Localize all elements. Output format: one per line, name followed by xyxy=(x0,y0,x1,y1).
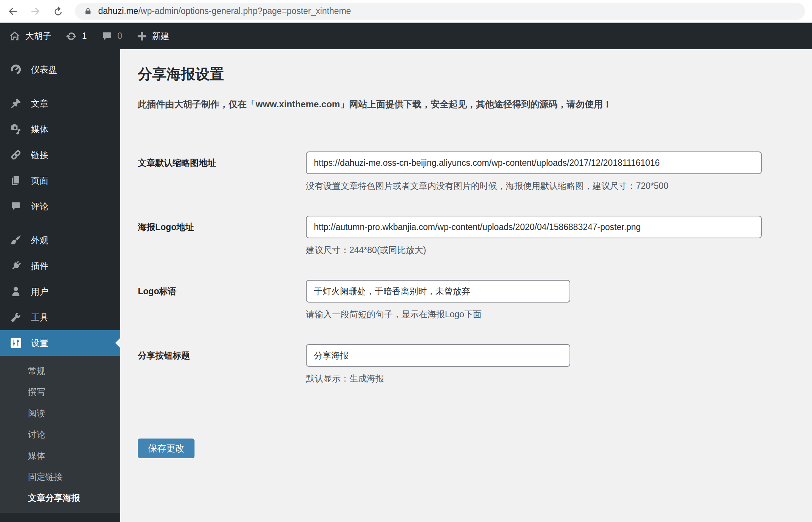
appearance-icon xyxy=(10,235,22,246)
admin-menu: 仪表盘 文章 媒体 链接 页面 评论 外观 xyxy=(0,49,120,513)
save-changes-button[interactable]: 保存更改 xyxy=(138,439,195,458)
field-help: 请输入一段简短的句子，显示在海报Logo下面 xyxy=(306,309,782,320)
admin-bar-new[interactable]: 新建 xyxy=(137,30,170,42)
settings-icon xyxy=(10,337,22,349)
thumbnail-url-input[interactable] xyxy=(306,151,762,174)
settings-submenu: 常规 撰写 阅读 讨论 媒体 固定链接 文章分享海报 xyxy=(0,356,120,513)
sidebar-item-comments[interactable]: 评论 xyxy=(0,193,120,219)
logo-slogan-input[interactable] xyxy=(306,280,570,303)
submenu-item-writing[interactable]: 撰写 xyxy=(0,381,120,403)
sidebar-item-settings[interactable]: 设置 xyxy=(0,330,120,356)
sidebar-item-label: 页面 xyxy=(31,175,48,187)
submenu-item-permalinks[interactable]: 固定链接 xyxy=(0,466,120,487)
field-help: 默认显示：生成海报 xyxy=(306,373,782,384)
page-title: 分享海报设置 xyxy=(138,64,782,84)
updates-count: 1 xyxy=(82,31,87,41)
address-bar[interactable]: dahuzi.me/wp-admin/options-general.php?p… xyxy=(75,3,805,20)
sidebar-item-pages[interactable]: 页面 xyxy=(0,168,120,193)
comments-icon xyxy=(10,201,22,212)
url-path: /wp-admin/options-general.php?page=poste… xyxy=(138,6,351,16)
sidebar-item-label: 插件 xyxy=(31,260,48,272)
form-row-share-button-title: 分享按钮标题 默认显示：生成海报 xyxy=(138,344,782,384)
updates-icon xyxy=(66,31,77,42)
comment-bubble-icon xyxy=(101,31,113,42)
sidebar-item-links[interactable]: 链接 xyxy=(0,142,120,168)
reload-icon[interactable] xyxy=(52,5,64,17)
sidebar-item-label: 评论 xyxy=(31,201,48,212)
comments-count: 0 xyxy=(117,31,122,41)
wp-admin-bar: 大胡子 1 0 新建 xyxy=(0,23,812,49)
sidebar-item-tools[interactable]: 工具 xyxy=(0,304,120,330)
url-text: dahuzi.me/wp-admin/options-general.php?p… xyxy=(98,6,351,16)
sidebar-item-media[interactable]: 媒体 xyxy=(0,116,120,142)
admin-bar-comments[interactable]: 0 xyxy=(101,31,122,42)
browser-toolbar: dahuzi.me/wp-admin/options-general.php?p… xyxy=(0,0,812,23)
menu-separator xyxy=(0,82,120,91)
dashboard-icon xyxy=(10,64,22,75)
admin-sidebar: 仪表盘 文章 媒体 链接 页面 评论 外观 xyxy=(0,49,120,522)
submenu-item-reading[interactable]: 阅读 xyxy=(0,403,120,424)
settings-page: 分享海报设置 此插件由大胡子制作，仅在「www.xintheme.com」网站上… xyxy=(120,49,812,522)
field-help: 没有设置文章特色图片或者文章内没有图片的时候，海报使用默认缩略图，建议尺寸：72… xyxy=(306,180,782,192)
menu-separator xyxy=(0,219,120,227)
url-host: dahuzi.me xyxy=(98,6,138,16)
field-label: 文章默认缩略图地址 xyxy=(138,151,306,192)
sidebar-item-label: 用户 xyxy=(31,286,48,298)
form-row-thumbnail-url: 文章默认缩略图地址 没有设置文章特色图片或者文章内没有图片的时候，海报使用默认缩… xyxy=(138,151,782,192)
field-label: 分享按钮标题 xyxy=(138,344,306,384)
plugin-notice: 此插件由大胡子制作，仅在「www.xintheme.com」网站上面提供下载，安… xyxy=(138,98,782,111)
media-icon xyxy=(10,124,22,135)
sidebar-item-dashboard[interactable]: 仪表盘 xyxy=(0,57,120,82)
home-icon xyxy=(9,31,20,42)
sidebar-item-label: 文章 xyxy=(31,98,48,110)
field-label: Logo标语 xyxy=(138,280,306,320)
active-menu-arrow xyxy=(115,338,120,348)
plugins-icon xyxy=(10,260,22,272)
logo-url-input[interactable] xyxy=(306,216,762,238)
form-row-logo-url: 海报Logo地址 建议尺寸：244*80(或同比放大) xyxy=(138,216,782,256)
links-icon xyxy=(10,149,22,161)
sidebar-item-label: 工具 xyxy=(31,312,48,323)
submenu-item-media[interactable]: 媒体 xyxy=(0,445,120,466)
settings-form: 文章默认缩略图地址 没有设置文章特色图片或者文章内没有图片的时候，海报使用默认缩… xyxy=(138,151,782,458)
sidebar-item-label: 设置 xyxy=(31,337,48,349)
lock-icon xyxy=(84,7,92,15)
tools-icon xyxy=(10,312,22,323)
admin-bar-updates[interactable]: 1 xyxy=(66,31,87,42)
submenu-item-discussion[interactable]: 讨论 xyxy=(0,424,120,445)
pages-icon xyxy=(10,175,22,186)
field-help: 建议尺寸：244*80(或同比放大) xyxy=(306,244,782,256)
sidebar-item-label: 链接 xyxy=(31,149,48,161)
sidebar-item-label: 外观 xyxy=(31,235,48,246)
users-icon xyxy=(10,286,22,297)
form-row-logo-slogan: Logo标语 请输入一段简短的句子，显示在海报Logo下面 xyxy=(138,280,782,320)
sidebar-item-plugins[interactable]: 插件 xyxy=(0,253,120,279)
post-pin-icon xyxy=(10,98,22,109)
share-button-title-input[interactable] xyxy=(306,344,570,367)
admin-bar-site-label: 大胡子 xyxy=(25,30,51,42)
sidebar-item-posts[interactable]: 文章 xyxy=(0,91,120,116)
forward-icon[interactable] xyxy=(29,5,42,17)
field-label: 海报Logo地址 xyxy=(138,216,306,256)
sidebar-item-users[interactable]: 用户 xyxy=(0,279,120,304)
submenu-item-general[interactable]: 常规 xyxy=(0,360,120,381)
back-icon[interactable] xyxy=(7,5,19,17)
new-label: 新建 xyxy=(152,30,170,42)
sidebar-item-label: 媒体 xyxy=(31,124,48,135)
sidebar-item-label: 仪表盘 xyxy=(31,64,57,76)
admin-bar-site[interactable]: 大胡子 xyxy=(9,30,51,42)
sidebar-item-appearance[interactable]: 外观 xyxy=(0,227,120,253)
submenu-item-poster[interactable]: 文章分享海报 xyxy=(0,487,120,508)
plus-icon xyxy=(137,31,147,42)
